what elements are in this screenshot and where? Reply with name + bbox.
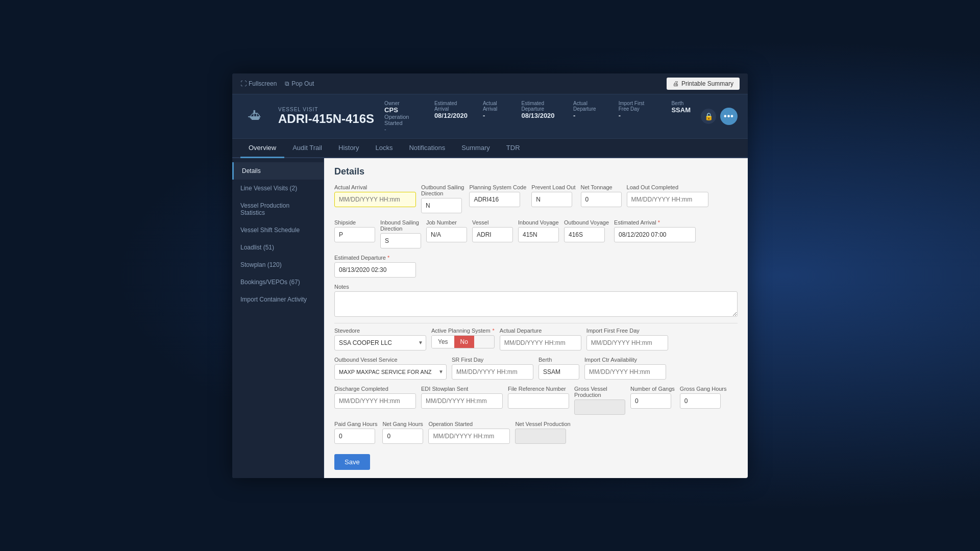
active-planning-no-button[interactable]: No xyxy=(454,336,474,348)
shipside-input[interactable] xyxy=(334,227,375,242)
import-first-free-day-input[interactable] xyxy=(586,335,668,350)
outbound-vessel-service-label: Outbound Vessel Service xyxy=(334,357,447,363)
act-arrival-value: - xyxy=(483,112,506,119)
more-button[interactable]: ••• xyxy=(720,108,738,125)
gross-gang-hours-input[interactable] xyxy=(680,393,721,409)
import-ffd-label: Import First Free Day xyxy=(619,101,656,112)
estimated-arrival-label: Estimated Arrival * xyxy=(614,219,696,226)
job-number-input[interactable] xyxy=(426,227,467,242)
sidebar-item-line-vessel-visits[interactable]: Line Vessel Visits (2) xyxy=(232,180,324,197)
net-tonnage-group: Net Tonnage xyxy=(581,184,622,213)
sidebar-item-bookings-vepos[interactable]: Bookings/VEPOs (67) xyxy=(232,273,324,291)
outbound-sailing-direction-label: Outbound SailingDirection xyxy=(421,184,464,196)
tab-summary[interactable]: Summary xyxy=(453,139,498,158)
import-ffd-form-label: Import First Free Day xyxy=(586,328,668,334)
stevedore-select[interactable]: SSA COOPER LLC OTHER xyxy=(334,335,426,350)
outbound-voyage-input[interactable] xyxy=(564,227,605,242)
vessel-meta: Owner CPS Operation Started - Estimated … xyxy=(384,101,691,132)
popout-label: Pop Out xyxy=(291,80,314,87)
sidebar-item-import-container-activity[interactable]: Import Container Activity xyxy=(232,291,324,308)
sidebar-item-details[interactable]: Details xyxy=(232,162,324,180)
load-out-completed-group: Load Out Completed xyxy=(627,184,708,213)
actual-arrival-label: Actual Arrival xyxy=(334,184,416,190)
net-gang-hours-input[interactable] xyxy=(382,429,423,444)
actual-arrival-meta: Actual Arrival - xyxy=(483,101,506,119)
net-tonnage-input[interactable] xyxy=(581,192,622,207)
active-planning-system-group: Active Planning System * Yes No xyxy=(431,328,495,350)
paid-gang-hours-input[interactable] xyxy=(334,429,375,444)
job-number-label: Job Number xyxy=(426,219,467,226)
outbound-vessel-service-select[interactable]: MAXP MAXPAC SERVICE FOR ANZ xyxy=(334,364,447,380)
sidebar-item-stowplan[interactable]: Stowplan (120) xyxy=(232,256,324,273)
import-ctr-availability-input[interactable] xyxy=(584,364,666,380)
outbound-vessel-service-select-wrapper: MAXP MAXPAC SERVICE FOR ANZ ▼ xyxy=(334,364,447,380)
tab-audit-trail[interactable]: Audit Trail xyxy=(284,139,330,158)
paid-gang-hours-label: Paid Gang Hours xyxy=(334,421,377,427)
estimated-departure-input[interactable] xyxy=(334,262,416,278)
edi-stowplan-sent-input[interactable] xyxy=(421,393,503,409)
sr-first-day-group: SR First Day xyxy=(452,357,533,380)
sidebar-item-vessel-shift-schedule[interactable]: Vessel Shift Schedule xyxy=(232,221,324,239)
lock-button[interactable]: 🔒 xyxy=(701,109,716,124)
number-of-gangs-group: Number of Gangs xyxy=(630,386,675,415)
tab-history[interactable]: History xyxy=(330,139,367,158)
printable-summary-button[interactable]: 🖨 Printable Summary xyxy=(667,78,740,90)
operation-started-label: Operation Started xyxy=(384,114,419,126)
load-out-completed-input[interactable] xyxy=(627,192,708,207)
sr-first-day-label: SR First Day xyxy=(452,357,533,363)
berth-meta: Berth SSAM xyxy=(671,101,691,114)
actual-departure-input[interactable] xyxy=(500,335,581,350)
planning-system-code-label: Planning System Code xyxy=(469,184,526,190)
actual-departure-label: Actual Departure xyxy=(500,328,581,334)
tab-notifications[interactable]: Notifications xyxy=(401,139,453,158)
form-row-8: Paid Gang Hours Net Gang Hours Operation… xyxy=(334,421,738,444)
fullscreen-button[interactable]: ⛶ Fullscreen xyxy=(240,80,277,87)
active-planning-label: Active Planning System * xyxy=(431,328,495,334)
form-row-6: Outbound Vessel Service MAXP MAXPAC SERV… xyxy=(334,357,738,380)
sidebar-item-vessel-production-statistics[interactable]: Vessel Production Statistics xyxy=(232,197,324,221)
net-tonnage-label: Net Tonnage xyxy=(581,184,622,190)
berth-form-group: Berth xyxy=(538,357,579,380)
operation-started-input[interactable] xyxy=(428,429,510,444)
sidebar-item-loadlist[interactable]: Loadlist (51) xyxy=(232,239,324,256)
file-reference-number-input[interactable] xyxy=(508,393,569,409)
berth-form-input[interactable] xyxy=(538,364,579,380)
printable-summary-label: Printable Summary xyxy=(681,80,733,87)
load-out-completed-label: Load Out Completed xyxy=(627,184,708,190)
tab-locks[interactable]: Locks xyxy=(367,139,401,158)
file-reference-number-label: File Reference Number xyxy=(508,386,569,392)
tab-tdr[interactable]: TDR xyxy=(498,139,528,158)
actual-departure-group: Actual Departure xyxy=(500,328,581,350)
berth-value: SSAM xyxy=(671,106,691,114)
number-of-gangs-input[interactable] xyxy=(630,393,671,409)
planning-system-code-input[interactable] xyxy=(469,192,520,207)
popout-button[interactable]: ⧉ Pop Out xyxy=(285,80,314,87)
discharge-completed-input[interactable] xyxy=(334,393,416,409)
actual-arrival-input[interactable] xyxy=(334,192,416,207)
sr-first-day-input[interactable] xyxy=(452,364,533,380)
active-planning-toggle: Yes No xyxy=(431,335,495,348)
vessel-group: Vessel xyxy=(472,219,513,248)
vessel-header: ⛴ VESSEL VISIT ADRI-415N-416S Owner CPS … xyxy=(232,94,748,139)
net-vessel-production-label: Net Vessel Production xyxy=(515,421,570,427)
discharge-completed-group: Discharge Completed xyxy=(334,386,416,415)
outbound-sailing-direction-input[interactable] xyxy=(421,198,462,213)
planning-system-code-group: Planning System Code xyxy=(469,184,526,213)
content-area: Details Line Vessel Visits (2) Vessel Pr… xyxy=(232,158,748,478)
inbound-sailing-direction-input[interactable] xyxy=(380,233,421,248)
active-planning-yes-button[interactable]: Yes xyxy=(432,336,454,348)
save-button[interactable]: Save xyxy=(334,454,370,470)
gross-gang-hours-label: Gross Gang Hours xyxy=(680,386,727,392)
inbound-voyage-input[interactable] xyxy=(518,227,559,242)
notes-textarea[interactable] xyxy=(334,291,738,317)
estimated-arrival-input[interactable] xyxy=(614,227,696,242)
prevent-load-out-input[interactable] xyxy=(531,192,572,207)
inbound-voyage-label: Inbound Voyage xyxy=(518,219,559,226)
sidebar: Details Line Vessel Visits (2) Vessel Pr… xyxy=(232,158,324,478)
tab-overview[interactable]: Overview xyxy=(240,139,284,158)
gross-vessel-production-input xyxy=(574,399,625,415)
vessel-label: Vessel xyxy=(472,219,513,226)
owner-label: Owner xyxy=(384,101,419,106)
notes-label: Notes xyxy=(334,284,738,290)
vessel-input[interactable] xyxy=(472,227,513,242)
